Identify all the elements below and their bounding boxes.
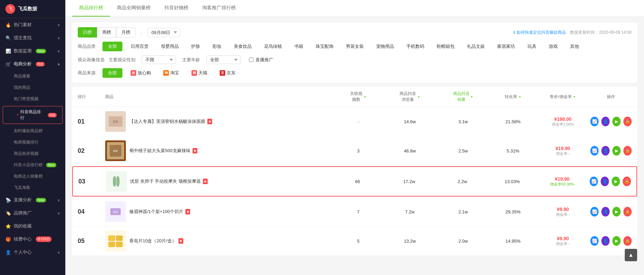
sidebar-item-ecom-analysis[interactable]: 🛒 电商分析 Hot ∧ (0, 57, 65, 71)
source-jd-btn[interactable]: 京 京东 (216, 68, 240, 78)
chart-btn-01[interactable]: 📈 (590, 117, 599, 126)
btn-monthly[interactable]: 月榜 (116, 27, 135, 38)
source-taobao-btn[interactable]: 淘 淘宝 (159, 68, 183, 78)
sidebar-item-favorites[interactable]: ⭐ 我的收藏 (0, 220, 65, 233)
price-commission-04: 佣金率-- (535, 212, 590, 217)
product-tag-02: ■ (193, 148, 197, 154)
chevron-icon: ∨ (57, 36, 60, 40)
product-img-03 (106, 171, 127, 192)
year-badge: 年付6折 (36, 236, 52, 242)
info-link[interactable]: ℹ 如何快速定位抖音爆款商品 (513, 30, 566, 35)
logo-text: 飞瓜数据 (18, 6, 37, 12)
sidebar-item-brand-promo[interactable]: 🏷️ 品牌推广 ∨ (0, 207, 65, 220)
header-douyin-sales[interactable]: 商品抖音销量 ▼ (436, 91, 491, 103)
lock-btn-05[interactable]: 🔒 (623, 236, 632, 246)
user-btn-01[interactable]: 👤 (601, 117, 610, 126)
video-btn-01[interactable]: ▶ (612, 117, 621, 126)
category-jewelry[interactable]: 珠宝配饰 (312, 42, 338, 51)
category-baby[interactable]: 母婴用品 (157, 42, 183, 51)
btn-weekly[interactable]: 周榜 (97, 27, 116, 38)
tab-product-ranking[interactable]: 商品排行榜 (72, 0, 110, 17)
svg-text:修眉: 修眉 (113, 211, 118, 213)
category-daily-goods[interactable]: 日用百货 (127, 42, 153, 51)
category-shoes[interactable]: 鞋帽箱包 (433, 42, 459, 51)
header-conversion[interactable]: 转化率 (491, 94, 535, 100)
category-makeup[interactable]: 彩妆 (208, 42, 226, 51)
sidebar-item-hot-material[interactable]: 🔥 热门素材 ∨ (0, 18, 65, 31)
sidebar-item-data-monitor[interactable]: 📊 数据监测 New ∨ (0, 44, 65, 57)
video-btn-02[interactable]: ▶ (612, 146, 621, 156)
sidebar-item-anchor-search[interactable]: 🔍 擂主查找 ∨ (0, 31, 65, 44)
age-select[interactable]: 全部 (206, 55, 241, 64)
chart-btn-03[interactable]: 📈 (590, 177, 598, 186)
col-douyin-views-05: 13.2w (384, 239, 436, 244)
source-fanxin-btn[interactable]: 放 放心购 (127, 68, 155, 78)
category-all-btn[interactable]: 全部 (102, 42, 122, 51)
cart-icon: 🛒 (6, 62, 11, 67)
chart-btn-05[interactable]: 📈 (590, 236, 599, 246)
sidebar-sub-item-product-search[interactable]: 商品搜索 (0, 71, 65, 82)
gender-select[interactable]: 不限 (142, 55, 176, 64)
sidebar-sub-item-douyin-shop[interactable]: 抖音小店排行榜 New (0, 159, 65, 171)
sidebar-item-personal[interactable]: 👤 个人中心 ∨ (0, 246, 65, 259)
back-to-top-btn[interactable]: ▲ (625, 249, 637, 261)
sidebar-sub-item-realtime-ranking[interactable]: 实时爆款商品榜 (0, 125, 65, 137)
user-btn-05[interactable]: 👤 (601, 236, 610, 246)
sidebar-sub-item-product-review[interactable]: 商品热评视频 (0, 148, 65, 159)
top-tab-bar: 商品排行榜 商品全网销量榜 抖音好物榜 淘客推广排行榜 (65, 0, 644, 17)
category-pets[interactable]: 宠物用品 (372, 42, 398, 51)
sidebar-sub-item-ecom-anchor[interactable]: 电商达人销量榜 (0, 171, 65, 182)
lock-btn-04[interactable]: 🔒 (623, 207, 632, 216)
category-other[interactable]: 其他 (566, 42, 583, 51)
sidebar-logo: 飞 飞瓜数据 (0, 0, 65, 18)
rank-05: 05 (78, 237, 105, 245)
sidebar-item-live-analysis[interactable]: 📡 直播分析 New ∨ (0, 193, 65, 207)
gift-icon: 🎁 (6, 237, 11, 242)
user-btn-04[interactable]: 👤 (601, 207, 610, 216)
tab-product-all-sales[interactable]: 商品全网销量榜 (110, 0, 157, 17)
source-tmall-btn[interactable]: 猫 天猫 (187, 68, 211, 78)
btn-daily[interactable]: 日榜 (78, 27, 97, 38)
sidebar-sub-item-ecom-video-ranking[interactable]: 电商视频排行 (0, 137, 65, 148)
category-skincare[interactable]: 护肤 (187, 42, 204, 51)
category-gifts[interactable]: 礼品文娱 (463, 42, 489, 51)
user-btn-03[interactable]: 👤 (601, 177, 609, 186)
category-plants[interactable]: 花鸟绿植 (260, 42, 286, 51)
header-views[interactable]: 关联视频数 (332, 91, 384, 103)
sidebar-sub-item-douyin-ranking[interactable]: • 抖音商品排行 Hot (3, 106, 62, 124)
lock-btn-03[interactable]: 🔒 (623, 177, 631, 186)
live-promo-checkbox-label[interactable]: 直播推广 (249, 57, 273, 63)
chart-btn-02[interactable]: 📈 (590, 146, 599, 156)
category-games[interactable]: 游戏 (545, 42, 562, 51)
lock-btn-02[interactable]: 🔒 (623, 146, 632, 156)
actions-03: 📈 👤 ▶ 🔒 (590, 177, 631, 186)
video-btn-05[interactable]: ▶ (612, 236, 621, 246)
header-price[interactable]: 售价/佣金率 (535, 94, 590, 100)
chart-btn-04[interactable]: 📈 (590, 207, 599, 216)
tab-douyin-good[interactable]: 抖音好物榜 (157, 0, 195, 17)
live-promo-checkbox[interactable] (249, 57, 253, 62)
category-food[interactable]: 美食饮品 (230, 42, 256, 51)
sidebar-sub-item-hot-videos[interactable]: 热门带货视频 (0, 93, 65, 105)
category-home[interactable]: 家居家坊 (493, 42, 519, 51)
category-clothing[interactable]: 男装女装 (342, 42, 368, 51)
header-product: 商品 (105, 94, 332, 100)
header-douyin-views[interactable]: 商品抖音浏览量 (384, 91, 436, 103)
sidebar-item-welfare[interactable]: 🎁 续费中心 年付6折 (0, 233, 65, 246)
category-toys[interactable]: 玩具 (523, 42, 541, 51)
category-books[interactable]: 书籍 (290, 42, 307, 51)
video-btn-04[interactable]: ▶ (612, 207, 621, 216)
user-btn-02[interactable]: 👤 (601, 146, 610, 156)
lock-btn-01[interactable]: 🔒 (623, 117, 632, 126)
product-info-05: 香皂片10盒（20片/盒） ■ (105, 231, 332, 251)
tab-taoke-promo[interactable]: 淘客推广排行榜 (195, 0, 243, 17)
price-commission-03: 佣金率50.00% (535, 182, 590, 187)
sidebar-sub-item-my-products[interactable]: 我的商品 (0, 82, 65, 93)
date-select[interactable]: 09月08日 (148, 28, 180, 37)
source-all-btn[interactable]: 全部 (102, 68, 122, 78)
price-main-01: ¥198.00 (535, 116, 590, 122)
sidebar-sub-item-feiwa-taobao[interactable]: 飞瓜淘客 (0, 182, 65, 193)
video-btn-03[interactable]: ▶ (612, 177, 620, 186)
actions-04: 📈 👤 ▶ 🔒 (590, 207, 632, 216)
category-electronics[interactable]: 手机数码 (402, 42, 428, 51)
